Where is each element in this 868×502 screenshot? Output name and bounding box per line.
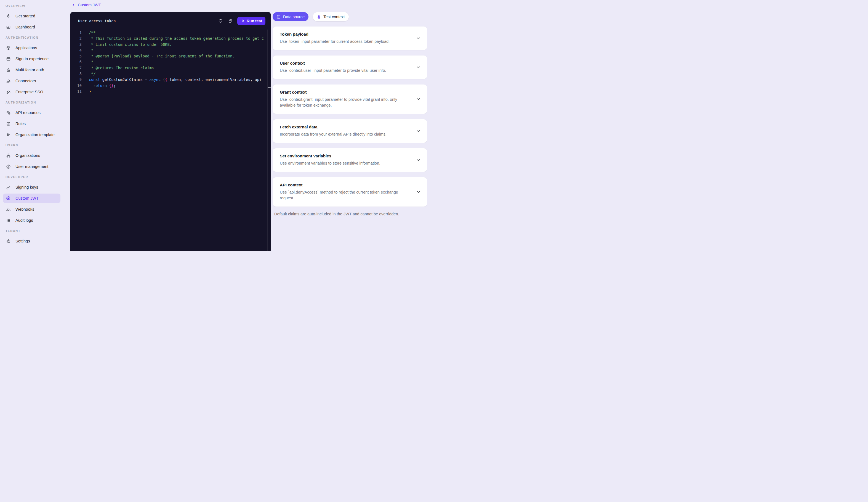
sidebar-item-label: Multi-factor auth — [16, 68, 44, 72]
code-line: 10 return {}; — [70, 83, 271, 89]
line-number: 2 — [70, 36, 82, 41]
sidebar-item-pill[interactable]: Connectors — [3, 76, 60, 86]
code-line: 9const getCustomJwtClaims = async ({ tok… — [70, 77, 271, 82]
applications-icon — [6, 46, 11, 50]
sidebar-item-pill[interactable]: Audit logs — [3, 215, 60, 225]
card-title: Grant context — [280, 90, 408, 94]
code-line: 4 * — [70, 48, 271, 53]
code-line-text: * This function is called during the acc… — [89, 36, 264, 41]
run-test-button[interactable]: Run test — [237, 17, 266, 25]
sidebar-item-label: Roles — [16, 121, 25, 126]
person-check-icon — [6, 132, 11, 137]
webhook-icon — [6, 207, 11, 212]
sidebar-item-label: Audit logs — [16, 218, 33, 223]
sidebar-item-pill[interactable]: Organizations — [3, 151, 60, 160]
sidebar-item-applications[interactable]: Applications — [3, 42, 60, 53]
sidebar-item-multi-factor-auth[interactable]: Multi-factor auth — [3, 64, 60, 76]
sidebar-item-label: Enterprise SSO — [16, 90, 43, 94]
breadcrumb-label: Custom JWT — [78, 3, 101, 7]
sidebar-item-label: Signing keys — [16, 185, 38, 189]
sidebar-item-settings[interactable]: Settings — [3, 235, 60, 247]
chevron-down-icon[interactable] — [416, 65, 421, 70]
data-source-toggle[interactable]: Data source — [272, 12, 309, 21]
sidebar-item-audit-logs[interactable]: Audit logs — [3, 215, 60, 226]
token-payload-card[interactable]: Token payloadUse `token` input parameter… — [272, 27, 427, 50]
chevron-down-icon[interactable] — [416, 36, 421, 41]
code-line: 7 * @returns The custom claims. — [70, 65, 271, 71]
sidebar-item-webhooks[interactable]: Webhooks — [3, 204, 60, 215]
sidebar-item-pill[interactable]: Custom JWT — [3, 193, 60, 203]
grant-context-card[interactable]: Grant contextUse `context.grant` input p… — [272, 84, 427, 114]
sidebar-section-overview: OVERVIEW — [3, 1, 60, 10]
sidebar-item-pill[interactable]: Dashboard — [3, 22, 60, 32]
breadcrumb[interactable]: Custom JWT — [72, 2, 101, 8]
sidebar-item-enterprise-sso[interactable]: Enterprise SSO — [3, 87, 60, 98]
chevron-down-icon[interactable] — [416, 129, 421, 133]
code-area[interactable]: 1/**2 * This function is called during t… — [70, 30, 271, 94]
code-line-text: return {}; — [89, 83, 116, 89]
sidebar-item-pill[interactable]: Applications — [3, 43, 60, 52]
line-number: 4 — [70, 48, 82, 53]
connectors-icon — [6, 79, 11, 83]
sidebar-item-pill[interactable]: Roles — [3, 119, 60, 128]
list-icon — [6, 218, 11, 223]
flask-icon — [317, 14, 321, 19]
editor-header: User access token Run test — [70, 12, 271, 30]
sidebar-item-organization-template[interactable]: Organization template — [3, 129, 60, 140]
fetch-external-data-card[interactable]: Fetch external dataIncorporate data from… — [272, 119, 427, 143]
code-line: 1/** — [70, 30, 271, 36]
sidebar-section-authentication: AUTHENTICATION — [3, 33, 60, 42]
chevron-down-icon[interactable] — [416, 97, 421, 102]
user-context-card[interactable]: User contextUse `context.user` input par… — [272, 56, 427, 79]
sidebar-item-pill[interactable]: Get started — [3, 11, 60, 21]
sidebar-item-label: Custom JWT — [16, 196, 39, 200]
sidebar-item-label: Sign-in experience — [16, 57, 49, 61]
sidebar-item-signing-keys[interactable]: Signing keys — [3, 182, 60, 193]
sidebar-item-label: Connectors — [16, 79, 36, 83]
sidebar-item-pill[interactable]: Settings — [3, 237, 60, 246]
test-context-toggle[interactable]: Test context — [313, 12, 349, 21]
user-circle-icon — [6, 164, 11, 169]
refresh-icon[interactable] — [218, 19, 223, 23]
toggle-label: Test context — [323, 14, 344, 19]
play-icon — [240, 19, 245, 23]
sidebar: OVERVIEWGet startedDashboardAUTHENTICATI… — [0, 0, 70, 251]
code-line: 8 */ — [70, 71, 271, 77]
set-environment-variables-card[interactable]: Set environment variablesUse environment… — [272, 148, 427, 172]
toggle-label: Data source — [283, 14, 304, 19]
sidebar-item-label: Get started — [16, 14, 35, 18]
sidebar-item-user-management[interactable]: User management — [3, 161, 60, 172]
sidebar-item-pill[interactable]: Signing keys — [3, 182, 60, 192]
sidebar-item-roles[interactable]: Roles — [3, 118, 60, 129]
sidebar-item-pill[interactable]: Enterprise SSO — [3, 87, 60, 97]
scrollbar-thumb[interactable] — [268, 87, 271, 88]
sidebar-item-get-started[interactable]: Get started — [3, 10, 60, 21]
sidebar-item-sign-in-experience[interactable]: Sign-in experience — [3, 53, 60, 64]
code-line: 5 * @param {Payload} payload - The input… — [70, 53, 271, 59]
chevron-down-icon[interactable] — [416, 190, 421, 194]
editor-title: User access token — [78, 19, 116, 23]
code-line-text: const getCustomJwtClaims = async ({ toke… — [89, 77, 261, 82]
sidebar-item-pill[interactable]: Organization template — [3, 130, 60, 139]
sidebar-section-authorization: AUTHORIZATION — [3, 98, 60, 107]
api-context-card[interactable]: API contextUse `api.denyAccess` method t… — [272, 177, 427, 207]
sidebar-item-dashboard[interactable]: Dashboard — [3, 21, 60, 33]
sidebar-item-pill[interactable]: Sign-in experience — [3, 54, 60, 63]
code-line: 11} — [70, 89, 271, 94]
cloud-key-icon — [6, 90, 11, 94]
copy-icon[interactable] — [228, 19, 233, 23]
line-number: 3 — [70, 42, 82, 48]
line-number: 11 — [70, 89, 82, 94]
gear-icon — [6, 239, 11, 243]
sidebar-item-pill[interactable]: User management — [3, 162, 60, 171]
sidebar-item-api-resources[interactable]: API resources — [3, 107, 60, 118]
sidebar-item-pill[interactable]: API resources — [3, 108, 60, 117]
sidebar-item-connectors[interactable]: Connectors — [3, 76, 60, 87]
sidebar-item-organizations[interactable]: Organizations — [3, 150, 60, 161]
chevron-down-icon[interactable] — [416, 158, 421, 162]
sidebar-item-pill[interactable]: Webhooks — [3, 204, 60, 214]
sidebar-item-custom-jwt[interactable]: Custom JWT — [3, 193, 60, 204]
sidebar-item-pill[interactable]: Multi-factor auth — [3, 65, 60, 74]
line-number: 6 — [70, 59, 82, 65]
lock-icon — [6, 68, 11, 72]
